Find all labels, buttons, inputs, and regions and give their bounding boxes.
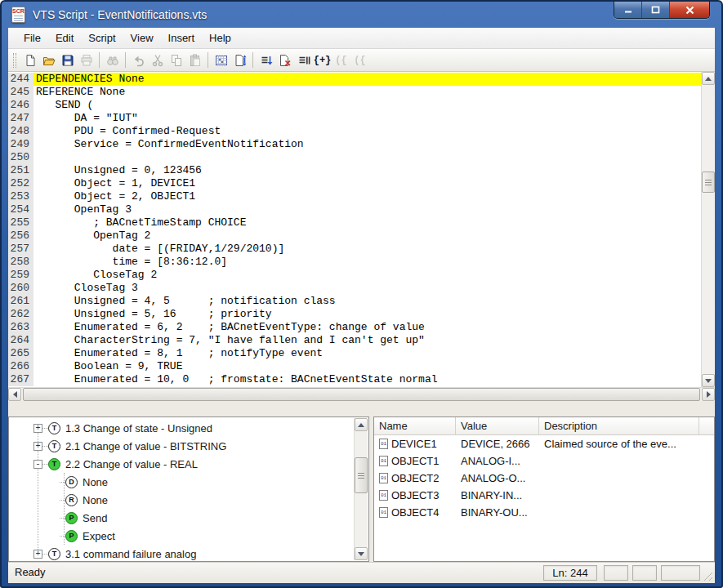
code-text[interactable]: Object = 1, DEVICE1: [33, 177, 701, 190]
table-row[interactable]: 01OBJECT1 ANALOG-I...: [374, 452, 714, 470]
tree-item-label[interactable]: Send: [83, 512, 107, 524]
code-text[interactable]: [33, 151, 701, 164]
scroll-up-button[interactable]: [355, 418, 368, 431]
code-line[interactable]: 257 date = [(FRIDAY,1/29/2010)]: [8, 243, 701, 256]
tree-item[interactable]: + T 1.3 Change of state - Unsigned: [9, 419, 354, 437]
code-line[interactable]: 259 CloseTag 2: [8, 269, 701, 282]
code-text[interactable]: Object = 2, OBJECT1: [33, 190, 701, 203]
new-button[interactable]: [20, 51, 39, 69]
code-line[interactable]: 250: [8, 151, 701, 164]
code-line[interactable]: 265 Enumerated = 8, 1 ; notifyType event: [8, 347, 701, 360]
code-line[interactable]: 246 SEND (: [8, 99, 701, 112]
code-text[interactable]: Unsigned = 4, 5 ; notification class: [33, 295, 701, 308]
code-text[interactable]: ; BACnetTimeStamp CHOICE: [33, 216, 701, 229]
code-line[interactable]: 249 Service = ConfirmedEventNotification: [8, 138, 701, 151]
menu-file[interactable]: File: [16, 29, 48, 47]
column-header-value[interactable]: Value: [456, 417, 539, 434]
open-button[interactable]: [39, 51, 58, 69]
title-bar[interactable]: SCR VTS Script - EventNotifications.vts: [2, 2, 721, 28]
code-text[interactable]: date = [(FRIDAY,1/29/2010)]: [33, 243, 701, 256]
column-header-name[interactable]: Name: [374, 417, 456, 434]
expand-plus-icon[interactable]: +: [33, 442, 42, 451]
save-button[interactable]: [58, 51, 77, 69]
menu-edit[interactable]: Edit: [48, 29, 81, 47]
code-line[interactable]: 252 Object = 1, DEVICE1: [8, 177, 701, 190]
undo-button[interactable]: [129, 51, 148, 69]
resize-grip[interactable]: [702, 570, 712, 581]
code-text[interactable]: SEND (: [33, 99, 701, 112]
maximize-button[interactable]: [642, 2, 670, 18]
copy-button[interactable]: [167, 51, 185, 69]
app-icon[interactable]: SCR: [11, 7, 25, 23]
paste-button[interactable]: [185, 51, 204, 69]
code-line[interactable]: 254 OpenTag 3: [8, 203, 701, 216]
code-line[interactable]: 266 Boolean = 9, TRUE: [8, 360, 701, 373]
table-row[interactable]: 01OBJECT4 BINARY-OU...: [374, 504, 714, 521]
code-text[interactable]: CharacterString = 7, "I have fallen and …: [33, 334, 701, 347]
tree-item-label[interactable]: Expect: [83, 530, 115, 542]
column-header-description[interactable]: Description: [539, 417, 699, 434]
menu-insert[interactable]: Insert: [161, 29, 203, 47]
script-editor[interactable]: 244DEPENDENCIES None 245REFERENCE None 2…: [8, 72, 715, 387]
code-line[interactable]: 264 CharacterString = 7, "I have fallen …: [8, 334, 701, 347]
code-line[interactable]: 251 Unsigned = 0, 123456: [8, 164, 701, 177]
code-line[interactable]: 260 CloseTag 3: [8, 282, 701, 295]
tree-item[interactable]: D None: [9, 473, 354, 491]
packet-grid-button[interactable]: [212, 51, 230, 69]
scroll-down-button[interactable]: [702, 374, 715, 387]
list-columns-button[interactable]: [294, 51, 313, 69]
scroll-thumb[interactable]: [355, 457, 368, 493]
tree-vertical-scrollbar[interactable]: [354, 418, 368, 560]
find-button[interactable]: [103, 51, 122, 69]
sort-lines-button[interactable]: [257, 51, 275, 69]
insert-braces-button[interactable]: {+}: [313, 51, 332, 69]
code-text[interactable]: Boolean = 9, TRUE: [33, 360, 701, 373]
code-line[interactable]: 255 ; BACnetTimeStamp CHOICE: [8, 216, 701, 229]
editor-horizontal-scrollbar[interactable]: [8, 387, 715, 401]
tree-item-label[interactable]: None: [83, 494, 108, 506]
tree-item[interactable]: + T 3.1 command failure analog: [9, 545, 354, 563]
code-line[interactable]: 261 Unsigned = 4, 5 ; notification class: [8, 295, 701, 308]
menu-script[interactable]: Script: [81, 29, 123, 47]
menu-view[interactable]: View: [123, 29, 161, 47]
scroll-left-button[interactable]: [8, 388, 21, 401]
scroll-up-button[interactable]: [702, 72, 715, 85]
code-text[interactable]: Enumerated = 10, 0 ; fromstate: BACnetEv…: [33, 373, 701, 386]
table-row[interactable]: 01DEVICE1 DEVICE, 2666 Claimed source of…: [374, 435, 714, 452]
code-line[interactable]: 262 Unsigned = 5, 16 ; priority: [8, 308, 701, 321]
cut-button[interactable]: [148, 51, 167, 69]
delete-page-button[interactable]: [275, 51, 294, 69]
code-line[interactable]: 263 Enumerated = 6, 2 ; BACnetEventType:…: [8, 321, 701, 334]
code-line[interactable]: 258 time = [8:36:12.0]: [8, 256, 701, 269]
highlighted-code-text[interactable]: DEPENDENCIES None: [33, 73, 701, 86]
minimize-button[interactable]: [614, 2, 642, 18]
tree-item-label[interactable]: None: [83, 476, 108, 488]
tree-item-label[interactable]: 2.2 Change of value - REAL: [65, 458, 198, 470]
scroll-down-button[interactable]: [355, 547, 368, 560]
page-sync-button[interactable]: [230, 51, 249, 69]
code-text[interactable]: time = [8:36:12.0]: [33, 256, 701, 269]
code-line[interactable]: 248 PDU = Confirmed-Request: [8, 125, 701, 138]
table-row[interactable]: 01OBJECT2 ANALOG-O...: [374, 470, 714, 487]
code-line[interactable]: 245REFERENCE None: [8, 86, 701, 99]
code-text[interactable]: Unsigned = 5, 16 ; priority: [33, 308, 701, 321]
code-text[interactable]: REFERENCE None: [33, 86, 701, 99]
tree-item-selected[interactable]: - T 2.2 Change of value - REAL: [9, 455, 354, 473]
editor-vertical-scrollbar[interactable]: [701, 72, 715, 387]
code-text[interactable]: OpenTag 2: [33, 229, 701, 243]
code-line[interactable]: 267 Enumerated = 10, 0 ; fromstate: BACn…: [8, 373, 701, 386]
code-text[interactable]: Service = ConfirmedEventNotification: [33, 138, 701, 151]
braces-left-button[interactable]: ({: [332, 51, 350, 69]
scroll-thumb[interactable]: [702, 172, 715, 193]
expand-plus-icon[interactable]: +: [33, 424, 42, 433]
code-text[interactable]: Enumerated = 8, 1 ; notifyType event: [33, 347, 701, 360]
tree-item-label[interactable]: 3.1 command failure analog: [65, 548, 196, 560]
code-text[interactable]: CloseTag 2: [33, 269, 701, 282]
table-row[interactable]: 01OBJECT3 BINARY-IN...: [374, 487, 714, 504]
code-text[interactable]: DA = "IUT": [33, 112, 701, 125]
tree-item[interactable]: P Send: [9, 509, 354, 527]
code-text[interactable]: CloseTag 3: [33, 282, 701, 295]
code-text[interactable]: Unsigned = 0, 123456: [33, 164, 701, 177]
tree-item-label[interactable]: 1.3 Change of state - Unsigned: [65, 422, 212, 434]
code-line[interactable]: 247 DA = "IUT": [8, 112, 701, 125]
